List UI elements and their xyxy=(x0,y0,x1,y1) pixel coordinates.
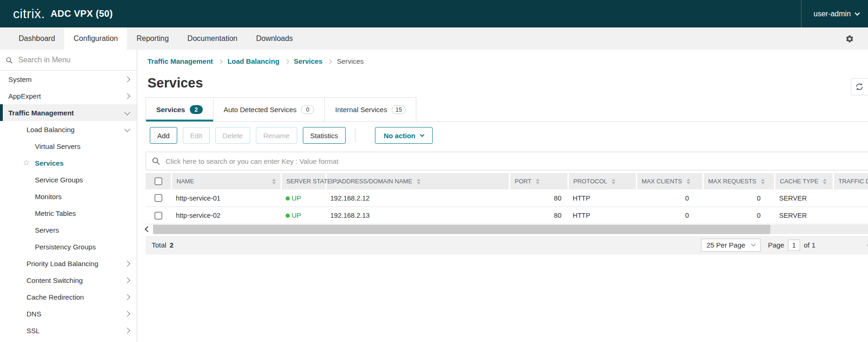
breadcrumb-load-balancing[interactable]: Load Balancing xyxy=(227,57,280,65)
sidebar-item-appexpert[interactable]: AppExpert xyxy=(0,87,137,104)
chevron-right-icon xyxy=(124,76,130,82)
cell-name: http-service-01 xyxy=(171,189,281,207)
refresh-icon[interactable] xyxy=(855,82,864,92)
sidebar-item-cache-redirection[interactable]: Cache Redirection xyxy=(0,288,137,305)
tab-auto-detected-services[interactable]: Auto Detected Services 0 xyxy=(213,97,325,121)
add-button[interactable]: Add xyxy=(150,127,177,144)
table-row[interactable]: http-service-02 UP 192.168.2.13 80 HTTP … xyxy=(146,207,868,224)
cell-cache-type: SERVER xyxy=(775,189,833,207)
chevron-right-icon xyxy=(124,261,130,267)
total-value: 2 xyxy=(170,241,174,249)
chevron-right-icon xyxy=(124,328,130,334)
gear-icon[interactable] xyxy=(845,34,854,43)
cell-port: 80 xyxy=(509,207,568,224)
page-number-input[interactable] xyxy=(788,240,800,251)
sidebar-item-system[interactable]: System xyxy=(0,71,137,87)
search-icon xyxy=(152,157,160,165)
scrollbar-thumb[interactable] xyxy=(153,225,770,234)
table-row[interactable]: http-service-01 UP 192.168.2.12 80 HTTP … xyxy=(146,189,868,207)
cell-ip: 192.168.2.12 xyxy=(326,189,509,207)
rename-button[interactable]: Rename xyxy=(256,127,297,144)
nav-tab-configuration[interactable]: Configuration xyxy=(64,27,127,50)
sidebar: System AppExpert Traffic Management Load… xyxy=(0,50,137,342)
chevron-right-icon xyxy=(124,311,130,317)
sidebar-item-traffic-management[interactable]: Traffic Management xyxy=(0,104,137,121)
sidebar-item-servers[interactable]: Servers xyxy=(0,221,137,238)
star-icon[interactable] xyxy=(23,159,30,166)
delete-button[interactable]: Delete xyxy=(215,127,250,144)
status-up-dot xyxy=(286,196,290,201)
scroll-left-icon[interactable] xyxy=(145,226,151,232)
breadcrumb-traffic-management[interactable]: Traffic Management xyxy=(147,57,213,65)
scrollbar-track[interactable] xyxy=(153,225,868,234)
main-content: Traffic Management Load Balancing Servic… xyxy=(137,50,868,342)
sidebar-item-service-groups[interactable]: Service Groups xyxy=(0,171,137,188)
table-footer: Total 2 25 Per Page Page of 1 xyxy=(146,236,868,255)
cell-server-state: UP xyxy=(281,207,326,224)
sidebar-item-virtual-servers[interactable]: Virtual Servers xyxy=(0,138,137,154)
chevron-down-icon xyxy=(420,132,425,137)
statistics-button[interactable]: Statistics xyxy=(303,127,346,144)
services-table: NAME SERVER STATE IP ADDRESS/DOMAIN NAME… xyxy=(146,173,868,224)
breadcrumb-separator-icon xyxy=(218,59,222,64)
edit-button[interactable]: Edit xyxy=(183,127,210,144)
sort-icon[interactable] xyxy=(417,179,421,184)
page-of-label: of 1 xyxy=(804,241,815,249)
app-header: citriẋ. ADC VPX (50) user-admin xyxy=(0,0,868,27)
tab-services[interactable]: Services 2 xyxy=(146,97,213,121)
breadcrumb-current: Services xyxy=(337,57,364,65)
sidebar-item-services[interactable]: Services xyxy=(0,154,137,171)
sort-icon[interactable] xyxy=(761,179,765,184)
horizontal-scrollbar xyxy=(146,224,868,235)
primary-nav: Dashboard Configuration Reporting Docume… xyxy=(0,27,868,50)
sort-icon[interactable] xyxy=(536,179,540,184)
row-checkbox[interactable] xyxy=(154,212,162,220)
count-badge: 15 xyxy=(392,105,406,114)
sort-icon[interactable] xyxy=(272,179,276,184)
sidebar-item-monitors[interactable]: Monitors xyxy=(0,188,137,205)
sidebar-item-metric-tables[interactable]: Metric Tables xyxy=(0,205,137,221)
page-label: Page xyxy=(768,241,784,249)
chevron-right-icon xyxy=(124,93,130,99)
sidebar-item-content-switching[interactable]: Content Switching xyxy=(0,272,137,288)
sidebar-item-persistency-groups[interactable]: Persistency Groups xyxy=(0,238,137,255)
sort-icon[interactable] xyxy=(687,179,690,184)
nav-tab-reporting[interactable]: Reporting xyxy=(127,27,178,50)
row-checkbox[interactable] xyxy=(154,194,162,202)
sidebar-search-input[interactable] xyxy=(17,55,131,65)
sort-icon[interactable] xyxy=(612,179,615,184)
nav-tab-dashboard[interactable]: Dashboard xyxy=(9,27,64,50)
divider xyxy=(355,128,355,142)
no-action-dropdown[interactable]: No action xyxy=(375,127,433,144)
cell-ip: 192.168.2.13 xyxy=(326,207,509,224)
sidebar-item-load-balancing[interactable]: Load Balancing xyxy=(0,121,137,138)
table-header-row: NAME SERVER STATE IP ADDRESS/DOMAIN NAME… xyxy=(146,173,868,189)
table-search[interactable] xyxy=(146,152,868,170)
tab-internal-services[interactable]: Internal Services 15 xyxy=(324,97,416,121)
nav-tab-documentation[interactable]: Documentation xyxy=(178,27,247,50)
chevron-right-icon xyxy=(124,277,130,283)
cell-traffic-domain xyxy=(833,207,868,224)
chevron-down-icon xyxy=(124,126,130,132)
page-title: Services xyxy=(147,75,868,91)
select-all-checkbox[interactable] xyxy=(154,177,162,185)
chevron-down-icon xyxy=(751,242,756,247)
breadcrumb-services[interactable]: Services xyxy=(294,57,323,65)
chevron-right-icon xyxy=(124,294,130,300)
user-menu[interactable]: user-admin xyxy=(801,0,868,27)
sidebar-item-ssl[interactable]: SSL xyxy=(0,322,137,339)
services-tabstrip: Services 2 Auto Detected Services 0 Inte… xyxy=(146,97,868,122)
nav-tab-downloads[interactable]: Downloads xyxy=(247,27,302,50)
page-actions xyxy=(851,78,868,95)
sort-icon[interactable] xyxy=(823,179,827,184)
sidebar-item-priority-load-balancing[interactable]: Priority Load Balancing xyxy=(0,255,137,272)
cell-max-clients: 0 xyxy=(636,207,703,224)
sidebar-search[interactable] xyxy=(0,50,137,71)
breadcrumb-separator-icon xyxy=(284,59,289,64)
sidebar-item-dns[interactable]: DNS xyxy=(0,305,137,322)
per-page-select[interactable]: 25 Per Page xyxy=(701,239,761,252)
citrix-logo: citriẋ. xyxy=(13,7,45,20)
cell-protocol: HTTP xyxy=(568,207,636,224)
table-search-input[interactable] xyxy=(165,157,868,166)
services-table-wrap: NAME SERVER STATE IP ADDRESS/DOMAIN NAME… xyxy=(146,173,868,224)
